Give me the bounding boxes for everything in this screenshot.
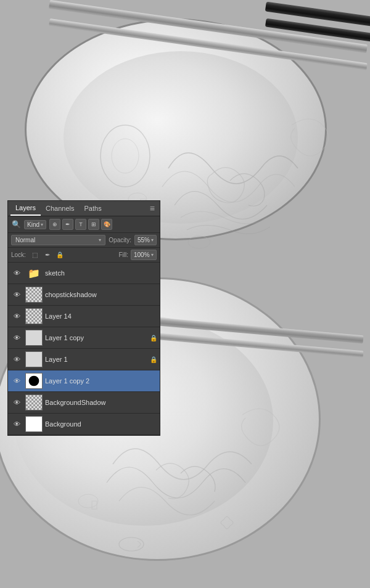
filter-type-icon[interactable]: T [75,219,86,230]
layer-name-chopstickshadow: chopstickshadow [45,291,157,298]
layer-item-backgroundshadow[interactable]: 👁 BackgroundShadow [8,392,160,414]
panel-search-row: 🔍 Kind ▾ ⊕ ✒ T ⊞ 🎨 [8,216,160,233]
layer-name-layer14: Layer 14 [45,312,157,320]
layer-thumb-background [25,416,43,432]
layer-visibility-layer1copy2[interactable]: 👁 [10,375,23,387]
layer-thumb-backgroundshadow [25,394,43,410]
layer-thumb-chopstickshadow [25,287,43,303]
layer-name-background: Background [45,420,157,428]
layer-name-sketch: sketch [45,269,157,277]
kind-filter-chevron: ▾ [41,222,43,227]
layer-name-backgroundshadow: BackgroundShadow [45,399,157,406]
filter-adjustment-icon[interactable]: ✒ [62,219,73,230]
layer-lock-layer1copy: 🔒 [150,335,157,341]
opacity-value-text: 55% [138,237,150,243]
tab-layers[interactable]: Layers [10,201,41,216]
fill-label: Fill: [118,251,128,258]
layer-thumb-sketch: 📁 [25,265,43,281]
layer-item-background[interactable]: 👁 Background [8,414,160,435]
lock-label: Lock: [11,251,26,258]
layer-thumb-layer1copy [25,330,43,346]
layer-thumb-layer1 [25,351,43,367]
blend-mode-chevron: ▾ [99,237,101,243]
opacity-label: Opacity: [109,237,131,243]
layer-name-layer1copy: Layer 1 copy [45,334,147,341]
lock-transparent-icon[interactable]: ⬚ [30,250,40,260]
blend-mode-dropdown[interactable]: Normal ▾ [11,235,105,245]
svg-point-1 [112,139,139,173]
svg-point-5 [119,537,144,551]
layer-item-sketch[interactable]: 👁 📁 sketch [8,263,160,284]
filter-pixel-icon[interactable]: ⊕ [49,219,60,230]
svg-point-0 [101,125,150,187]
fill-input[interactable]: 100% ▾ [131,250,157,260]
layer-thumb-layer1copy2 [25,373,43,389]
opacity-chevron: ▾ [151,237,154,243]
layer-item-layer14[interactable]: 👁 Layer 14 [8,306,160,327]
kind-filter-label: Kind [27,221,39,228]
lock-all-icon[interactable]: 🔒 [55,250,65,260]
lock-pixels-icon[interactable]: ✒ [43,250,52,260]
artwork-area: Layers Channels Paths ≡ 🔍 Kind ▾ ⊕ ✒ T ⊞… [0,0,370,588]
fill-chevron: ▾ [151,252,154,258]
layer-visibility-chopstickshadow[interactable]: 👁 [10,288,23,301]
layer-item-chopstickshadow[interactable]: 👁 chopstickshadow [8,284,160,306]
blend-mode-label: Normal [15,237,35,243]
filter-icons-group: ⊕ ✒ T ⊞ 🎨 [49,219,112,230]
layer-thumb-layer14 [25,308,43,324]
layer-item-layer1copy[interactable]: 👁 Layer 1 copy 🔒 [8,327,160,349]
layer-visibility-layer1copy[interactable]: 👁 [10,332,23,344]
svg-point-2 [188,236,210,248]
filter-shape-icon[interactable]: ⊞ [88,219,99,230]
layer-item-layer1copy2[interactable]: 👁 Layer 1 copy 2 [8,370,160,392]
lock-row: Lock: ⬚ ✒ 🔒 Fill: 100% ▾ [8,248,160,263]
opacity-input[interactable]: 55% ▾ [134,235,157,245]
blend-mode-row: Normal ▾ Opacity: 55% ▾ [8,233,160,248]
layer-visibility-sketch[interactable]: 👁 [10,267,23,279]
filter-smart-icon[interactable]: 🎨 [101,219,112,230]
folder-icon-sketch: 📁 [28,267,40,279]
bowl-top-inner [64,51,298,224]
tab-channels[interactable]: Channels [41,202,79,215]
search-icon: 🔍 [10,219,22,230]
tab-paths[interactable]: Paths [80,202,107,215]
layer-item-layer1[interactable]: 👁 Layer 1 🔒 [8,349,160,370]
kind-filter-dropdown[interactable]: Kind ▾ [24,220,46,229]
layer-visibility-layer14[interactable]: 👁 [10,310,23,322]
layers-panel: Layers Channels Paths ≡ 🔍 Kind ▾ ⊕ ✒ T ⊞… [7,200,160,436]
layer-visibility-layer1[interactable]: 👁 [10,353,23,365]
layer-name-layer1copy2: Layer 1 copy 2 [45,377,157,385]
panel-tabs: Layers Channels Paths ≡ [8,201,160,216]
panel-menu-icon[interactable]: ≡ [147,201,157,216]
layer-lock-layer1: 🔒 [150,356,157,363]
layer-name-layer1: Layer 1 [45,356,147,363]
fill-value-text: 100% [134,251,150,258]
svg-point-9 [29,376,39,386]
layer-visibility-backgroundshadow[interactable]: 👁 [10,396,23,409]
layer-visibility-background[interactable]: 👁 [10,418,23,430]
